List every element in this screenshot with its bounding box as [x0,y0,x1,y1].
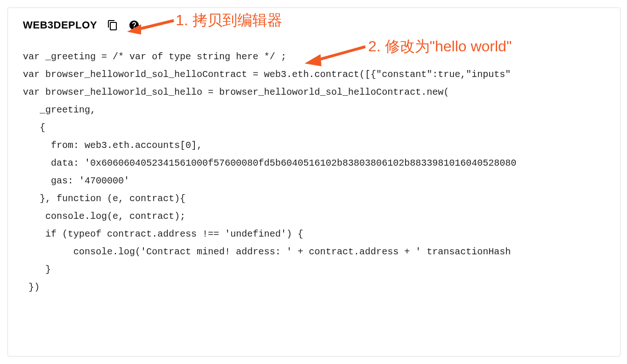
panel-header: WEB3DEPLOY [8,8,620,37]
code-line: }, function (e, contract){ [23,193,185,204]
code-line: }) [23,282,40,293]
code-line: { [23,122,45,133]
web3deploy-panel: WEB3DEPLOY var _greeting = /* var of typ… [7,7,620,357]
copy-icon[interactable] [107,19,119,31]
code-line: gas: '4700000' [23,175,129,186]
code-line: if (typeof contract.address !== 'undefin… [23,229,303,239]
code-line: } [23,264,51,275]
code-line: console.log('Contract mined! address: ' … [23,246,511,257]
help-icon[interactable] [128,19,140,31]
panel-title: WEB3DEPLOY [23,19,97,31]
code-block: var _greeting = /* var of type string he… [8,37,620,309]
code-line: var browser_helloworld_sol_hello = brows… [23,87,449,98]
code-line: from: web3.eth.accounts[0], [23,140,208,151]
code-line: console.log(e, contract); [23,211,185,222]
code-line: _greeting, [23,105,96,115]
code-line: var _greeting = /* var of type string he… [23,51,286,62]
code-line: data: '0x6060604052341561000f57600080fd5… [23,158,516,168]
code-line: var browser_helloworld_sol_helloContract… [23,69,511,80]
